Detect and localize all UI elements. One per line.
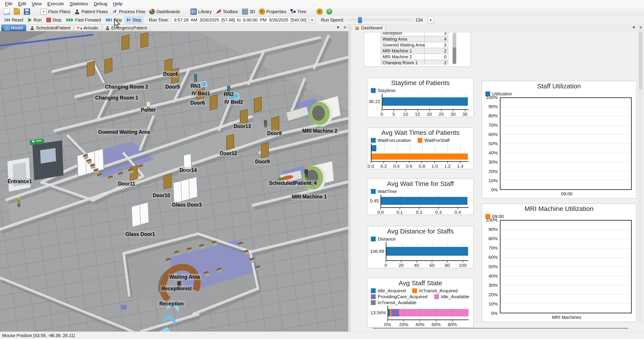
legend-item: InTransit_Available <box>371 300 416 305</box>
chart-title: Avg Distance for Staffs <box>367 226 473 235</box>
toolbar-button-3d[interactable]: 3D <box>240 8 257 15</box>
table-scrollbar-thumb[interactable] <box>452 47 456 64</box>
tab-model[interactable]: Model <box>1 25 26 31</box>
toolbar-button-floor-plans[interactable]: Floor Plans <box>38 8 72 15</box>
table-row[interactable]: Gowned Waiting Area3 <box>381 42 448 48</box>
scene-label-door8: Door8 <box>266 130 283 137</box>
dashboard-vertical-scrollbar[interactable] <box>638 32 643 321</box>
x-tick-label: 0.2 <box>416 210 422 215</box>
model-tabs-dropdown-icon[interactable]: ▼ <box>336 26 340 30</box>
bar-segment <box>386 247 468 256</box>
chart-plot-area <box>371 143 468 162</box>
toolbar-button-dashboards[interactable]: Dashboards <box>147 8 182 15</box>
legend-item: WaitForLocation <box>371 138 411 143</box>
scene-label-mri-machine-2: MRI Machine 2 <box>301 128 338 134</box>
table-row[interactable]: Changing Room 12 <box>381 60 448 65</box>
skip-icon <box>106 18 112 22</box>
chart-staff-state[interactable]: Avg Staff StateIdle_AcquiredInTransit_Ac… <box>367 278 474 327</box>
location-content-table-widget[interactable]: Reception3Waiting Area4Gowned Waiting Ar… <box>364 32 471 67</box>
table-row[interactable]: MRI Machine 12 <box>381 48 448 54</box>
menu-statistics[interactable]: Statistics <box>67 1 91 7</box>
x-axis: 05101520253035 <box>382 110 468 117</box>
tab-scheduledpatient[interactable]: ScheduledPatient <box>27 25 74 31</box>
toolbar-button-settings-icon[interactable] <box>315 8 324 15</box>
step-button[interactable]: Step <box>125 17 143 23</box>
y-tick-label: 80% <box>488 236 498 241</box>
table-scrollbar[interactable] <box>452 33 456 64</box>
run-button[interactable]: Run <box>26 17 44 23</box>
chart-wait-times-patients[interactable]: Avg Wait Times of PatientsWaitForLocatio… <box>367 127 474 169</box>
x-tick-label: 100 <box>459 263 466 268</box>
gridline <box>500 248 631 248</box>
reset-button[interactable]: Reset <box>3 17 25 23</box>
dashboard-scrollbar-thumb[interactable] <box>639 32 642 89</box>
chart-distance-staffs[interactable]: Avg Distance for StaffsDistance106.89020… <box>367 226 474 268</box>
chart-mri-utilization[interactable]: MRI Machine Utilization09:00100%90%80%70… <box>482 203 636 322</box>
table-row[interactable]: MRI Machine 20 <box>381 54 448 60</box>
menu-help[interactable]: Help <box>110 1 125 7</box>
dashboard-tabs-dropdown-icon[interactable]: ▼ <box>632 26 636 30</box>
chart-staff-utilization[interactable]: Staff UtilizationUtilization100%90%80%70… <box>482 81 636 198</box>
legend-swatch <box>434 294 439 299</box>
chart-plot-body: 100%90%80%70%60%50%40%30%20%10%0% <box>482 219 636 313</box>
x-tick-label: 0% <box>384 322 391 327</box>
y-axis-labels: 100%90%80%70%60%50%40%30%20%10%0% <box>483 220 500 313</box>
chart-plot-area: 36.22 <box>382 94 468 110</box>
run-speed-slider[interactable] <box>348 19 412 21</box>
toolbar-button-label: 3D <box>250 9 255 14</box>
dashboard-tab-strip: Dashboard ▼ ✕ <box>350 24 644 31</box>
scene-label-glass-door1: Glass Door1 <box>124 231 156 237</box>
menu-execute[interactable]: Execute <box>44 1 67 7</box>
bar <box>372 145 468 151</box>
chart-staytime[interactable]: Staytime of PatientsStaytime36.220510152… <box>367 78 474 117</box>
table-row[interactable]: Reception3 <box>381 32 448 36</box>
gridline <box>500 294 631 294</box>
menu-edit[interactable]: Edit <box>15 1 29 7</box>
menu-file[interactable]: File <box>2 1 15 7</box>
skip-button[interactable]: Skip <box>104 17 124 23</box>
scene-label-door6: Door6 <box>189 100 206 106</box>
stop-button[interactable]: Stop <box>44 17 63 23</box>
toolbar-button-save-icon[interactable] <box>22 8 32 15</box>
stop-label: Stop <box>52 18 61 23</box>
run-time-label: Run Time: <box>149 18 169 23</box>
toolbar-button-tree[interactable]: Tree <box>288 8 308 15</box>
tab-dashboard[interactable]: Dashboard <box>352 25 386 31</box>
model-3d-viewport[interactable]: Door4Changing Room 2Door5RN1IV Bed1RN2IV… <box>0 31 348 331</box>
run-speed-dropdown-button[interactable]: ▼ <box>428 17 434 24</box>
tab-emergencypatient[interactable]: EmergencyPatient <box>102 25 150 31</box>
chart-title: Staytime of Patients <box>367 78 473 87</box>
legend-label: Idle_Acquired <box>378 288 406 293</box>
location-content-table: Reception3Waiting Area4Gowned Waiting Ar… <box>381 32 448 65</box>
run-speed-slider-handle[interactable] <box>358 17 362 23</box>
model-tabs-close-icon[interactable]: ✕ <box>344 25 346 30</box>
x-tick-label: 0.6 <box>406 164 412 169</box>
tab-arrivals[interactable]: Arrivals <box>74 25 102 31</box>
run-time-dropdown-button[interactable]: ▼ <box>309 17 315 24</box>
menu-debug[interactable]: Debug <box>91 1 110 7</box>
run-time-field[interactable]: 9:57:28 AM 3/26/2025 [57.48] to 6:00:00 … <box>171 17 308 23</box>
bar-row: 106.89 <box>386 244 468 259</box>
gridline <box>500 239 631 239</box>
legend-swatch <box>371 189 376 194</box>
pane-splitter[interactable] <box>348 24 350 331</box>
table-row[interactable]: Waiting Area4 <box>381 36 448 42</box>
menu-view[interactable]: View <box>29 1 44 7</box>
toolbar-button-library[interactable]: Library <box>188 8 214 15</box>
properties-icon <box>259 9 265 15</box>
toolbar-button-toolbox[interactable]: Toolbox <box>214 8 240 15</box>
y-tick-label: 30% <box>488 159 498 165</box>
toolbar-button-help-icon[interactable] <box>324 8 334 15</box>
toolbar-button-properties[interactable]: Properties <box>257 8 288 15</box>
legend-label: InTransit_Acquired <box>419 288 457 293</box>
legend-label: ProvidingCare_Acquired <box>378 294 428 299</box>
toolbar-button-new-model-icon[interactable] <box>2 8 12 15</box>
toolbar-button-open-icon[interactable] <box>12 8 22 15</box>
fast-forward-button[interactable]: Fast Forward <box>64 17 103 23</box>
toolbar-button-process-flow[interactable]: Process Flow <box>110 8 147 15</box>
dashboard-horizontal-scrollbar[interactable] <box>372 328 628 329</box>
chart-legend: Distance <box>367 235 473 242</box>
toolbar-button-patient-flows[interactable]: Patient Flows <box>72 8 110 15</box>
chart-wait-time-staff[interactable]: Avg Wait Time for StaffWaitTime0.450.00.… <box>367 178 474 215</box>
dashboard-tabs-close-icon[interactable]: ✕ <box>639 25 642 30</box>
